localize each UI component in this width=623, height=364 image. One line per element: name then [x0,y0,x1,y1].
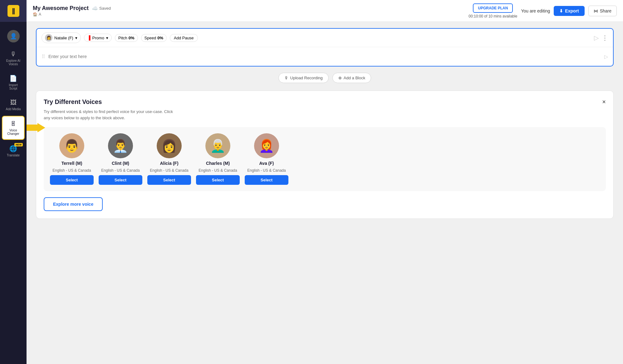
user-avatar[interactable]: 👤 [7,30,20,42]
export-button[interactable]: ⬇ Export [554,6,584,16]
editor-body: ⠿ ▷ [37,47,613,66]
select-voice-button[interactable]: Select [147,175,191,185]
voice-name: Clint (M) [112,161,129,166]
home-icon: 🏠 [33,12,37,17]
voice-card: 👨 Terrell (M) English - US & Canada Sele… [50,133,94,185]
sidebar-item-import-script[interactable]: 📄 ImportScript [2,71,25,94]
voice-panel: Try Different Voices × Try different voi… [36,91,614,219]
download-icon: ⬇ [559,8,563,13]
breadcrumb: 🏠 A [33,12,465,17]
voice-photo: 👨 [59,133,84,158]
chevron-down-icon: ▾ [106,36,108,40]
text-input[interactable] [48,54,601,59]
voices-grid: 👨 Terrell (M) English - US & Canada Sele… [44,127,606,191]
voice-panel-description: Try different voices & styles to find pe… [44,109,606,121]
voice-name: Charles (M) [206,161,230,166]
voice-panel-title: Try Different Voices [44,98,102,106]
voice-locale: English - US & Canada [199,168,237,173]
cloud-icon: ☁️ [92,5,98,11]
voice-avatar: 👩 [45,34,52,42]
header-right: UPGRADE PLAN 00:10:00 of 10 mins availab… [468,3,617,18]
style-label: Promo [92,36,104,40]
new-badge: NEW [14,143,23,146]
voice-photo: 👩‍🦰 [254,133,279,158]
sidebar-item-voice-changer[interactable]: 🎚 VoiceChanger [2,116,25,140]
select-voice-button[interactable]: Select [245,175,288,185]
action-buttons: 🎙 Upload Recording ⊕ Add a Block [36,73,614,83]
close-panel-button[interactable]: × [602,98,606,106]
upgrade-button[interactable]: UPGRADE PLAN [473,3,513,13]
select-voice-button[interactable]: Select [50,175,94,185]
chevron-down-icon: ▾ [75,36,77,40]
voice-photo: 👨‍💼 [108,133,133,158]
inline-play-button[interactable]: ▷ [604,54,608,60]
voice-name: Alicia (F) [160,161,178,166]
editor-toolbar: 👩 Natalie (F) ▾ ▐ Promo ▾ Pitch 0% [37,29,613,47]
voice-changer-icon: 🎚 [10,120,17,127]
speed-value: 0% [157,36,163,40]
app-logo: ǁ [0,0,27,22]
style-selector[interactable]: ▐ Promo ▾ [84,34,112,42]
pitch-control: Pitch 0% [115,34,138,42]
voice-name: Terrell (M) [61,161,82,166]
svg-marker-0 [27,123,45,132]
sidebar-item-label: VoiceChanger [7,129,19,135]
breadcrumb-label: A [39,12,41,17]
sidebar-item-label: Add Media [6,107,21,111]
voice-card: 👩‍🦰 Ava (F) English - US & Canada Select [245,133,288,185]
more-options-button[interactable]: ⋮ [602,34,608,42]
import-icon: 📄 [9,75,17,82]
sidebar-item-add-media[interactable]: 🖼 Add Media [2,95,25,115]
promo-dot: ▐ [87,35,91,40]
header: My Awesome Project ☁️ Saved 🏠 A UPGRADE … [27,0,623,22]
voice-locale: English - US & Canada [52,168,91,173]
upload-recording-button[interactable]: 🎙 Upload Recording [278,73,329,83]
editor-block: 👩 Natalie (F) ▾ ▐ Promo ▾ Pitch 0% [36,28,614,66]
mic-icon: 🎙 [10,51,17,58]
sidebar: ǁ 👤 🎙 Explore AI Voices 📄 ImportScript 🖼… [0,0,27,364]
voice-name: Ava (F) [259,161,274,166]
main-content: My Awesome Project ☁️ Saved 🏠 A UPGRADE … [27,0,623,364]
play-button[interactable]: ▷ [594,34,599,42]
sidebar-item-label: Explore AI Voices [6,59,21,66]
plus-icon: ⊕ [338,76,342,80]
mic-icon: 🎙 [284,76,288,80]
voice-card: 👨‍🦳 Charles (M) English - US & Canada Se… [196,133,240,185]
pitch-label: Pitch [118,36,127,40]
voice-locale: English - US & Canada [247,168,286,173]
drag-handle-icon: ⠿ [42,54,45,60]
share-button[interactable]: ⋈ Share [588,6,617,16]
select-voice-button[interactable]: Select [196,175,240,185]
select-voice-button[interactable]: Select [99,175,142,185]
voice-locale: English - US & Canada [150,168,188,173]
you-editing-label: You are editing [521,8,550,13]
voice-locale: English - US & Canada [101,168,140,173]
logo-icon: ǁ [7,5,19,17]
share-icon: ⋈ [594,8,598,13]
speed-label: Speed [145,36,156,40]
sidebar-item-label: ImportScript [9,83,17,90]
speed-control: Speed 0% [141,34,167,42]
content-area: 👩 Natalie (F) ▾ ▐ Promo ▾ Pitch 0% [27,22,623,364]
saved-badge: ☁️ Saved [92,5,111,11]
add-block-button[interactable]: ⊕ Add a Block [332,73,371,83]
saved-label: Saved [99,6,111,11]
header-left: My Awesome Project ☁️ Saved 🏠 A [33,5,465,17]
voice-card: 👩 Alicia (F) English - US & Canada Selec… [147,133,191,185]
voice-name: Natalie (F) [54,36,73,40]
add-pause-button[interactable]: Add Pause [170,34,198,42]
project-title: My Awesome Project [33,5,89,12]
explore-more-voices-button[interactable]: Explore more voice [44,197,103,211]
sidebar-item-label: Translate [7,154,20,157]
voice-photo: 👩 [157,133,182,158]
media-icon: 🖼 [10,99,17,106]
voice-card: 👨‍💼 Clint (M) English - US & Canada Sele… [99,133,142,185]
voice-panel-header: Try Different Voices × [44,98,606,106]
voice-photo: 👨‍🦳 [205,133,230,158]
arrow-indicator [27,123,45,133]
time-info: 00:10:00 of 10 mins available [468,14,517,18]
sidebar-item-explore-ai-voices[interactable]: 🎙 Explore AI Voices [2,47,25,70]
pitch-value: 0% [129,36,135,40]
sidebar-item-translate[interactable]: 🌐 Translate NEW [2,141,25,161]
voice-selector[interactable]: 👩 Natalie (F) ▾ [42,32,81,43]
